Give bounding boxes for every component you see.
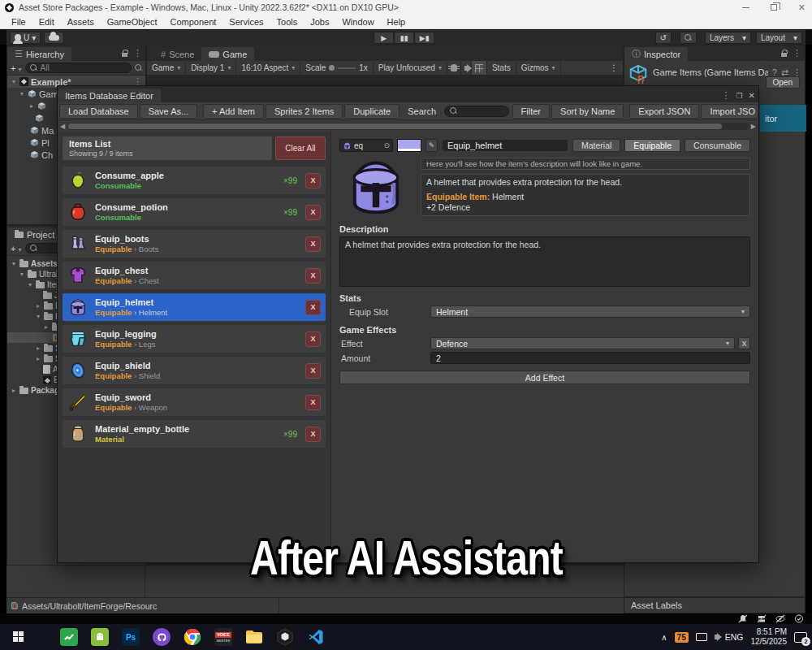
sprites-to-items-button[interactable]: Sprites 2 Items [266, 104, 343, 119]
language-indicator[interactable]: ENG [725, 632, 744, 642]
add-object-button[interactable]: + ▾ [11, 63, 22, 73]
close-window-icon[interactable]: ✕ [749, 91, 755, 100]
export-json-button[interactable]: Export JSON [629, 104, 699, 119]
menu-gameobject[interactable]: GameObject [101, 17, 164, 27]
taskbar-photoshop[interactable]: Ps [119, 626, 143, 648]
item-row-equip-boots[interactable]: Equip_boots Equipable › Boots X [63, 230, 326, 258]
expand-icon[interactable]: ▾ [19, 90, 25, 98]
notifications-muted-icon[interactable] [738, 614, 748, 623]
effect-dropdown[interactable]: Defence ▾ [430, 337, 735, 349]
open-button[interactable]: Open [766, 76, 800, 89]
expand-icon[interactable]: ▾ [19, 271, 25, 278]
scroll-left-icon[interactable]: ◀ [60, 123, 65, 130]
collapse-icon[interactable]: ▸ [35, 302, 41, 310]
gizmos-dropdown[interactable]: Gizmos▾ [516, 61, 561, 75]
delete-item-button[interactable]: X [305, 427, 321, 442]
tab-game[interactable]: Game [201, 47, 254, 61]
step-button[interactable]: ▶▮ [414, 32, 434, 44]
type-material-button[interactable]: Material [572, 139, 620, 152]
scroll-right-icon[interactable]: ▶ [751, 123, 756, 130]
delete-item-button[interactable]: X [305, 332, 321, 347]
kebab-menu-icon[interactable]: ⋮ [605, 61, 623, 75]
type-equipable-button[interactable]: Equipable [624, 139, 680, 152]
collapse-icon[interactable]: ▸ [35, 344, 41, 352]
start-button[interactable] [6, 626, 31, 648]
type-consumable-button[interactable]: Consumable [685, 139, 750, 152]
delete-item-button[interactable]: X [305, 300, 321, 315]
play-focus-dropdown[interactable]: Play Unfocused▾ [374, 61, 447, 75]
maximize-icon[interactable]: ❐ [736, 92, 743, 100]
horizontal-scrollbar[interactable]: ◀ ▶ [58, 120, 758, 132]
item-row-equip-legging[interactable]: Equip_legging Equipable › Legs X [63, 325, 326, 353]
kebab-menu-icon[interactable]: ⋮ [133, 48, 142, 58]
tab-inspector[interactable]: ⓘ Inspector [624, 47, 688, 61]
item-row-equip-chest[interactable]: Equip_chest Equipable › Chest X [63, 262, 326, 289]
clock[interactable]: 8:51 PM 12/5/2025 [751, 627, 788, 647]
menu-assets[interactable]: Assets [61, 17, 101, 27]
column-divider[interactable] [145, 566, 145, 597]
clear-all-button[interactable]: Clear All [275, 136, 326, 160]
delete-item-button[interactable]: X [305, 173, 321, 188]
taskbar-github[interactable] [149, 626, 174, 648]
menu-edit[interactable]: Edit [32, 17, 61, 27]
close-icon[interactable]: ✕ [798, 3, 806, 12]
delete-item-button[interactable]: X [305, 395, 321, 410]
update-badge[interactable]: 75 [675, 632, 689, 643]
display-dropdown[interactable]: Display 1▾ [186, 61, 236, 75]
description-textarea[interactable]: A helmet that provides extra protection … [339, 236, 750, 287]
tab-project[interactable]: Project [7, 228, 62, 241]
taskbar-vscode[interactable] [304, 626, 328, 648]
collab-disabled-icon[interactable] [757, 614, 767, 623]
debug-toggle[interactable] [447, 61, 461, 75]
item-row-equip-helmet[interactable]: Equip_helmet Equipable › Helment X [63, 293, 326, 321]
cloud-button[interactable] [44, 32, 64, 44]
scale-slider[interactable]: Scale1x [300, 61, 374, 75]
menu-help[interactable]: Help [381, 17, 412, 27]
item-row-consume-potion[interactable]: Consume_potion Consumable ×99 X [63, 198, 326, 226]
equip-slot-dropdown[interactable]: Helment ▾ [430, 306, 750, 318]
slider-handle[interactable] [329, 65, 335, 71]
delete-item-button[interactable]: X [305, 205, 321, 220]
remove-effect-button[interactable]: X [738, 337, 750, 349]
open-editor-button-fragment[interactable]: itor [760, 105, 806, 132]
display-tray-icon[interactable] [696, 633, 707, 641]
visibility-off-icon[interactable] [775, 614, 785, 623]
layout-dropdown[interactable]: Layout ▾ [756, 32, 802, 44]
lock-icon[interactable] [122, 53, 127, 57]
expand-icon[interactable]: ▾ [11, 78, 17, 85]
object-picker-icon[interactable]: ⊙ [383, 141, 390, 150]
add-item-button[interactable]: + Add Item [203, 104, 264, 119]
filter-button[interactable]: Filter [512, 104, 550, 119]
load-database-button[interactable]: Load Database [59, 104, 138, 119]
collapse-icon[interactable]: ▸ [35, 355, 41, 362]
delete-item-button[interactable]: X [305, 268, 321, 284]
collapse-icon[interactable]: ▸ [11, 387, 17, 394]
taskbar-chrome[interactable] [180, 626, 205, 648]
taskbar-voicemeeter[interactable]: VOICEMEETER [211, 626, 235, 648]
tab-scene[interactable]: # Scene [153, 47, 201, 61]
minimize-icon[interactable] [742, 7, 749, 8]
sprite-object-field[interactable]: eq ⊙ [339, 139, 393, 152]
notifications-icon[interactable]: 2 [794, 632, 807, 643]
item-row-material-empty-bottle[interactable]: Material_empty_bottle Material ×99 X [63, 420, 326, 448]
selected-asset-path[interactable]: {} Assets/Ultrabolt/ItemForge/Resourc [6, 598, 279, 613]
sort-by-name-button[interactable]: Sort by Name [551, 104, 624, 119]
add-effect-button[interactable]: Add Effect [339, 370, 750, 384]
play-button[interactable]: ▶ [374, 32, 394, 44]
taskbar-android-app[interactable] [88, 626, 112, 648]
collapse-icon[interactable]: ▸ [43, 323, 50, 331]
tab-hierarchy[interactable]: ☰Hierarchy [7, 47, 71, 61]
expand-icon[interactable]: ▾ [11, 260, 17, 267]
menu-tools[interactable]: Tools [270, 17, 304, 27]
restore-icon[interactable] [771, 4, 777, 11]
amount-input[interactable] [430, 352, 750, 364]
import-json-button[interactable]: Import JSO [701, 104, 757, 119]
expand-icon[interactable]: ▾ [27, 281, 33, 288]
kebab-menu-icon[interactable]: ⋮ [793, 48, 801, 58]
save-as-button[interactable]: Save As... [140, 104, 198, 119]
hierarchy-search-input[interactable]: All [25, 63, 132, 73]
eyedropper-button[interactable]: ✎ [425, 139, 438, 152]
lock-icon[interactable] [781, 53, 787, 57]
stats-toggle[interactable]: Stats [487, 61, 516, 75]
tray-expand-icon[interactable]: ∧ [661, 633, 667, 642]
